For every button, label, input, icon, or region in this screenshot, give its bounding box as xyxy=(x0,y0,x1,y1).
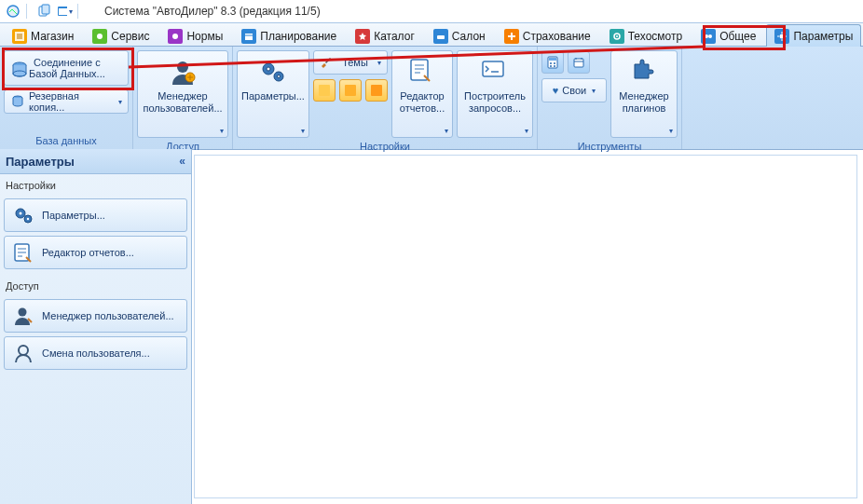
svg-rect-8 xyxy=(437,35,445,39)
svg-point-37 xyxy=(20,212,22,215)
sidebar-header: Параметры « xyxy=(0,149,191,174)
query-icon xyxy=(480,57,510,87)
ribbon-group-access: Менеджерпользователей... ▾ Доступ xyxy=(133,47,233,149)
report-icon xyxy=(12,241,34,264)
svg-point-13 xyxy=(780,34,785,38)
tab-common[interactable]: Общее xyxy=(692,24,764,47)
svg-point-12 xyxy=(708,34,712,38)
parameters-button[interactable]: Параметры... ▾ xyxy=(237,50,309,138)
switch-user-icon xyxy=(12,342,34,364)
svg-rect-24 xyxy=(345,85,356,96)
tab-inspection[interactable]: Техосмотр xyxy=(601,24,691,47)
report-icon xyxy=(407,57,437,87)
plugin-manager-button[interactable]: Менеджерплагинов ▾ xyxy=(610,50,678,138)
user-manager-icon xyxy=(12,305,34,327)
svg-point-41 xyxy=(19,308,27,317)
svg-point-10 xyxy=(616,35,618,37)
database-backup-icon xyxy=(10,94,25,109)
content-area: Параметры « Настройки Параметры... Редак… xyxy=(0,149,863,504)
svg-point-22 xyxy=(278,75,281,78)
puzzle-icon xyxy=(629,57,659,87)
svg-rect-7 xyxy=(245,34,253,40)
ribbon-group-settings: Параметры... ▾ Темы▾ Редакторотчетов... … xyxy=(233,47,538,149)
svg-rect-23 xyxy=(319,85,330,96)
svg-point-30 xyxy=(550,62,552,64)
calendar-icon[interactable] xyxy=(568,51,590,74)
sidebar-collapse-icon[interactable]: « xyxy=(179,155,185,168)
svg-rect-29 xyxy=(549,58,556,61)
theme-swatch-3[interactable] xyxy=(365,79,388,102)
tab-planning[interactable]: Планирование xyxy=(233,24,345,47)
ribbon-tabstrip: Магазин Сервис Нормы Планирование Катало… xyxy=(0,23,863,47)
ribbon-group-tools: ♥ Свои▾ Менеджерплагинов ▾ Инструменты xyxy=(538,47,682,149)
ribbon-group-label: База данных xyxy=(4,132,129,149)
svg-rect-27 xyxy=(483,61,503,76)
app-title: Система "АвтоДилер" 8.3 (редакция 11/5) xyxy=(104,5,321,18)
own-tools-dropdown[interactable]: ♥ Свои▾ xyxy=(541,78,607,102)
windows-icon[interactable]: ▾ xyxy=(55,2,74,20)
ribbon-group-database: Соединение сБазой Данных... Резервная ко… xyxy=(0,47,133,149)
sidebar-section-settings: Настройки xyxy=(4,176,187,195)
sidebar-title: Параметры xyxy=(6,155,75,169)
user-manager-button[interactable]: Менеджерпользователей... ▾ xyxy=(137,50,228,138)
svg-point-0 xyxy=(7,6,19,17)
sidebar-btn-user-manager[interactable]: Менеджер пользователей... xyxy=(4,299,187,333)
svg-point-42 xyxy=(19,346,28,355)
svg-point-33 xyxy=(554,65,555,67)
copy-icon[interactable] xyxy=(34,2,53,20)
query-builder-button[interactable]: Построительзапросов... ▾ xyxy=(457,50,533,138)
svg-point-39 xyxy=(27,218,29,220)
svg-point-20 xyxy=(267,67,270,71)
svg-point-17 xyxy=(177,61,188,73)
svg-rect-2 xyxy=(42,5,49,14)
svg-rect-25 xyxy=(371,85,382,96)
theme-swatch-1[interactable] xyxy=(313,79,336,102)
gears-icon xyxy=(12,204,34,226)
sidebar: Параметры « Настройки Параметры... Редак… xyxy=(0,149,192,504)
svg-rect-34 xyxy=(574,59,583,67)
ribbon: Соединение сБазой Данных... Резервная ко… xyxy=(0,47,863,150)
tab-catalog[interactable]: Каталог xyxy=(347,24,423,47)
title-bar: ▾ Система "АвтоДилер" 8.3 (редакция 11/5… xyxy=(0,0,863,23)
svg-rect-4 xyxy=(59,8,67,15)
tab-store[interactable]: Магазин xyxy=(4,24,82,47)
tab-service[interactable]: Сервис xyxy=(84,24,158,47)
sidebar-btn-report-editor[interactable]: Редактор отчетов... xyxy=(4,236,187,269)
themes-dropdown[interactable]: Темы▾ xyxy=(313,50,388,75)
svg-point-31 xyxy=(554,62,555,64)
calculator-icon[interactable] xyxy=(541,51,564,74)
brush-icon xyxy=(320,55,335,70)
db-backup-button[interactable]: Резервная копия...▾ xyxy=(4,89,129,114)
theme-swatches xyxy=(313,78,388,102)
svg-point-6 xyxy=(172,34,178,39)
gears-icon xyxy=(258,57,288,87)
theme-swatch-2[interactable] xyxy=(339,79,362,102)
sidebar-btn-parameters[interactable]: Параметры... xyxy=(4,198,187,232)
main-panel xyxy=(194,155,857,498)
heart-icon: ♥ xyxy=(553,85,559,96)
svg-point-11 xyxy=(705,34,708,38)
report-editor-button[interactable]: Редакторотчетов... ▾ xyxy=(391,50,453,138)
svg-point-32 xyxy=(550,65,552,67)
db-connection-button[interactable]: Соединение сБазой Данных... xyxy=(4,50,129,86)
tab-norms[interactable]: Нормы xyxy=(159,24,231,47)
sidebar-section-access: Доступ xyxy=(4,277,187,295)
sidebar-btn-switch-user[interactable]: Смена пользователя... xyxy=(4,336,187,370)
database-icon xyxy=(10,61,25,75)
tab-insurance[interactable]: Страхование xyxy=(496,24,599,47)
tab-parameters[interactable]: Параметры xyxy=(766,24,861,47)
app-icon[interactable] xyxy=(4,2,22,20)
tab-salon[interactable]: Салон xyxy=(425,24,494,47)
user-manager-icon xyxy=(168,57,198,87)
